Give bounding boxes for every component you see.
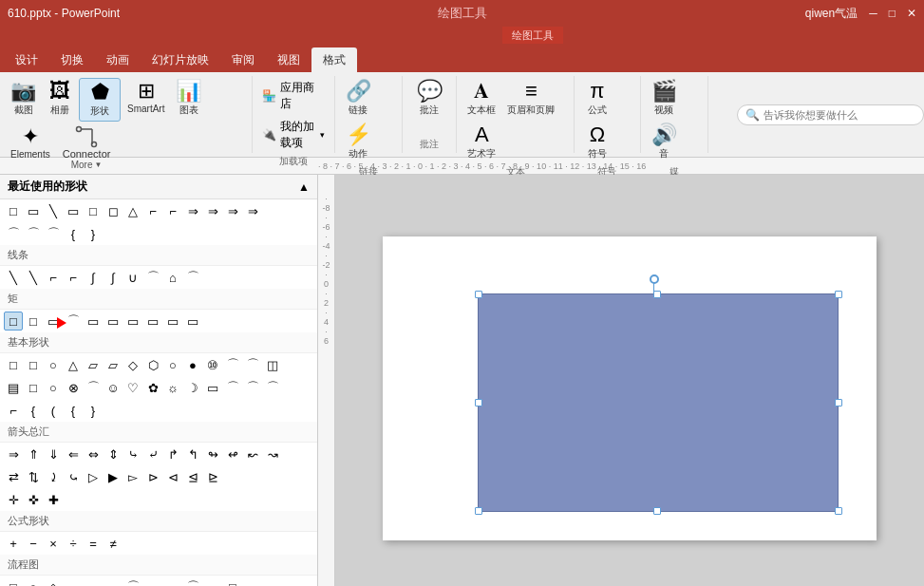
shape-item[interactable]: ╲: [44, 201, 63, 220]
arrow-item[interactable]: ⇑: [24, 444, 43, 463]
arrow-item[interactable]: ⇄: [4, 467, 23, 486]
arrow-item[interactable]: ↬: [203, 444, 222, 463]
flowchart-item[interactable]: ◇: [44, 577, 63, 586]
arrow-item[interactable]: ↝: [263, 444, 282, 463]
flowchart-item[interactable]: ⌒: [123, 577, 142, 586]
arrow-item[interactable]: ▶: [104, 467, 123, 486]
arrow-item[interactable]: ↫: [223, 444, 242, 463]
link-button[interactable]: 🔗 链接: [341, 78, 376, 120]
basic-shape[interactable]: □: [24, 355, 43, 374]
basic-shape[interactable]: {: [24, 401, 43, 420]
rotate-handle[interactable]: [650, 274, 659, 284]
shape-item[interactable]: ⌒: [44, 224, 63, 243]
tab-format[interactable]: 格式: [311, 47, 357, 72]
basic-shape[interactable]: ◫: [263, 355, 282, 374]
shape-item[interactable]: {: [64, 224, 83, 243]
arrow-item[interactable]: ⊴: [183, 467, 202, 486]
search-input[interactable]: [764, 109, 915, 121]
basic-shape[interactable]: ⑩: [203, 355, 222, 374]
arrow-item[interactable]: ⊲: [163, 467, 182, 486]
flowchart-item[interactable]: ▱: [64, 577, 83, 586]
symbol-button[interactable]: Ω 符号: [580, 122, 614, 163]
slide-area[interactable]: [335, 175, 924, 586]
comment-button[interactable]: 💬 批注: [408, 78, 450, 120]
audio-button[interactable]: 🔊 音: [647, 122, 682, 163]
shape-item[interactable]: ⌒: [24, 224, 43, 243]
handle-mid-left[interactable]: [475, 399, 482, 406]
rect-item[interactable]: □: [24, 312, 43, 331]
line-item[interactable]: ⌐: [64, 268, 83, 287]
minimize-icon[interactable]: ─: [869, 7, 877, 20]
handle-bottom-center[interactable]: [653, 507, 661, 515]
basic-shape[interactable]: ⊗: [64, 378, 83, 397]
connector-button[interactable]: Connector More ▼: [57, 123, 117, 172]
basic-shape[interactable]: ♡: [123, 378, 142, 397]
rect-item[interactable]: ▭: [123, 312, 142, 331]
flowchart-item[interactable]: ○: [24, 577, 43, 586]
basic-shape[interactable]: ☺: [104, 378, 123, 397]
basic-shape[interactable]: ○: [44, 355, 63, 374]
tab-animation[interactable]: 动画: [95, 47, 141, 72]
formula-shape[interactable]: ≠: [104, 534, 123, 553]
basic-shape[interactable]: ○: [163, 355, 182, 374]
arrow-item[interactable]: ↰: [183, 444, 202, 463]
arrow-item[interactable]: ▻: [123, 467, 142, 486]
shape-rectangle[interactable]: [478, 293, 839, 512]
rect-item[interactable]: ⌒: [64, 312, 83, 331]
elements-button[interactable]: ✦ Elements: [6, 123, 55, 162]
action-button[interactable]: ⚡ 动作: [341, 122, 376, 163]
basic-shape[interactable]: ▱: [84, 355, 103, 374]
rect-item[interactable]: ▭: [104, 312, 123, 331]
arrow-item[interactable]: ✜: [24, 490, 43, 509]
myaddin-button[interactable]: 🔌 我的加载项 ▾: [258, 117, 329, 153]
shape-item[interactable]: ⇒: [243, 201, 262, 220]
line-item[interactable]: ∫: [104, 268, 123, 287]
handle-bottom-right[interactable]: [835, 507, 842, 515]
flowchart-item[interactable]: □: [223, 577, 242, 586]
tab-review[interactable]: 审阅: [220, 47, 266, 72]
arrow-item[interactable]: ⇔: [84, 444, 103, 463]
flowchart-item[interactable]: ▭: [143, 577, 162, 586]
handle-top-center[interactable]: [653, 291, 661, 298]
line-item[interactable]: ⌂: [163, 268, 182, 287]
arrow-item[interactable]: ✛: [4, 490, 23, 509]
arrow-item[interactable]: ⊳: [143, 467, 162, 486]
basic-shape[interactable]: ▤: [4, 378, 23, 397]
rect-item[interactable]: ▭: [163, 312, 182, 331]
chart-button[interactable]: 📊 图表: [171, 78, 206, 120]
basic-shape[interactable]: ●: [183, 355, 202, 374]
basic-shape[interactable]: (: [44, 401, 63, 420]
shape-item[interactable]: ⌒: [4, 224, 23, 243]
shape-item[interactable]: ⇒: [203, 201, 222, 220]
rect-item[interactable]: □: [4, 312, 23, 331]
arrow-item[interactable]: ⤸: [44, 467, 63, 486]
line-item[interactable]: ⌐: [44, 268, 63, 287]
shape-item[interactable]: }: [84, 224, 103, 243]
handle-bottom-left[interactable]: [475, 507, 482, 515]
arrow-item[interactable]: ↜: [243, 444, 262, 463]
flowchart-item[interactable]: ▭: [203, 577, 222, 586]
flowchart-item[interactable]: ▭: [84, 577, 103, 586]
shapes-button[interactable]: ⬟ 形状: [79, 78, 121, 122]
shape-item[interactable]: ▭: [24, 201, 43, 220]
basic-shape[interactable]: ☽: [183, 378, 202, 397]
tab-design[interactable]: 设计: [4, 47, 49, 72]
handle-mid-right[interactable]: [835, 399, 842, 406]
basic-shape[interactable]: ⌒: [223, 378, 242, 397]
basic-shape[interactable]: ⬡: [143, 355, 162, 374]
tab-view[interactable]: 视图: [266, 47, 311, 72]
arrow-item[interactable]: ⇓: [44, 444, 63, 463]
formula-shape[interactable]: ÷: [64, 534, 83, 553]
arrow-item[interactable]: ⇅: [24, 467, 43, 486]
line-item[interactable]: ╲: [24, 268, 43, 287]
album-button[interactable]: 🖼 相册: [43, 78, 77, 120]
header-footer-button[interactable]: ≡ 页眉和页脚: [502, 78, 559, 120]
formula-button[interactable]: π 公式: [580, 78, 614, 120]
shape-item[interactable]: □: [4, 201, 23, 220]
rect-item[interactable]: ▭: [84, 312, 103, 331]
textbox-button[interactable]: 𝐀 文本框: [462, 78, 500, 120]
arrow-item[interactable]: ✚: [44, 490, 63, 509]
arrow-item[interactable]: ▷: [84, 467, 103, 486]
handle-top-left[interactable]: [475, 291, 482, 298]
more-button[interactable]: More ▼: [71, 160, 103, 170]
